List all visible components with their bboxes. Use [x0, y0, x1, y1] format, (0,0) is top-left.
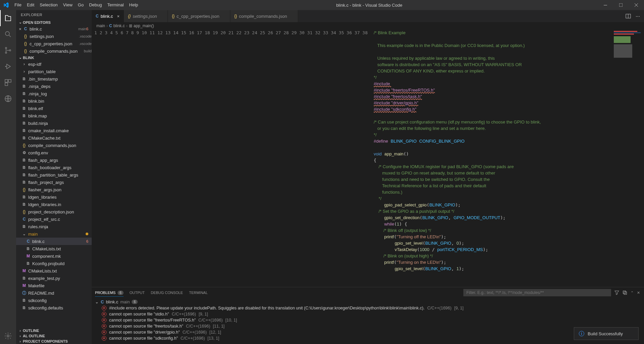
code-content[interactable]: /* Blink Example This example code is in… [374, 30, 644, 287]
problems-filter-input[interactable] [463, 289, 611, 296]
panel-tab-debug[interactable]: DEBUG CONSOLE [151, 291, 183, 295]
folder-row[interactable]: ›esp-idf [16, 60, 92, 68]
window-controls [598, 0, 644, 10]
problem-row[interactable]: ✕cannot open source file "driver/gpio.h"… [92, 329, 644, 335]
file-row[interactable]: {}compile_commands.json [16, 142, 92, 149]
split-editor-icon[interactable] [626, 13, 631, 19]
menu-debug[interactable]: Debug [86, 0, 104, 10]
file-row[interactable]: Cblink.c6 [16, 238, 92, 245]
file-row[interactable]: 🗎sdkconfig [16, 297, 92, 304]
menu-edit[interactable]: Edit [24, 0, 37, 10]
file-row[interactable]: 🗎blink.elf [16, 105, 92, 112]
problem-row[interactable]: ✕cannot open source file "stdio.h" C/C++… [92, 311, 644, 317]
folder-row[interactable]: ›partition_table [16, 68, 92, 75]
menu-file[interactable]: File [12, 0, 24, 10]
project-components-header[interactable]: ›PROJECT COMPONENTS [16, 339, 92, 344]
minimize-button[interactable] [598, 0, 613, 10]
breadcrumb-item[interactable]: blink.c [113, 23, 125, 28]
panel-tab-problems[interactable]: PROBLEMS 6 [95, 291, 124, 297]
file-row[interactable]: Cproject_elf_src.c [16, 215, 92, 223]
panel-tab-output[interactable]: OUTPUT [130, 291, 145, 295]
file-row[interactable]: {}project_description.json [16, 208, 92, 215]
file-row[interactable]: 🗎rules.ninja [16, 223, 92, 230]
close-icon[interactable]: × [117, 14, 120, 19]
menu-go[interactable]: Go [75, 0, 86, 10]
file-icon: 🗎 [26, 261, 31, 266]
file-row[interactable]: ⚙config.env [16, 149, 92, 156]
outline-header[interactable]: ›OUTLINE [16, 328, 92, 333]
open-editor-item[interactable]: {}c_cpp_properties.json.vscode [16, 40, 92, 47]
file-row[interactable]: {}flasher_args.json [16, 186, 92, 193]
collapse-all-icon[interactable] [623, 290, 627, 295]
notification-toast[interactable]: i Build Successfully [574, 327, 639, 340]
folder-row[interactable]: ⌄main [16, 230, 92, 238]
open-editors-header[interactable]: ⌄ OPEN EDITORS [16, 19, 92, 25]
file-row[interactable]: 🗎flash_project_args [16, 179, 92, 186]
problem-row[interactable]: ✕#include errors detected. Please update… [92, 305, 644, 311]
open-editor-item[interactable]: {}settings.json.vscode [16, 33, 92, 40]
open-editor-item[interactable]: ×Cblink.cmain6 [16, 25, 92, 33]
al-outline-header[interactable]: ›AL OUTLINE [16, 333, 92, 339]
menu-selection[interactable]: Selection [37, 0, 60, 10]
file-row[interactable]: 🗎flash_bootloader_args [16, 164, 92, 171]
file-row[interactable]: Mcomponent.mk [16, 252, 92, 260]
file-row[interactable]: 🗎blink.map [16, 112, 92, 119]
minimap[interactable] [612, 30, 644, 287]
maximize-button[interactable] [613, 0, 629, 10]
activity-debug-icon[interactable] [0, 58, 16, 75]
panel-close-icon[interactable]: ✕ [637, 291, 640, 295]
breadcrumb-item[interactable]: main [96, 23, 105, 28]
file-icon: 🗎 [21, 195, 27, 199]
filter-icon[interactable] [614, 290, 619, 295]
activity-remote-icon[interactable] [0, 91, 16, 107]
file-row[interactable]: 🗎.ninja_deps [16, 83, 92, 90]
close-icon[interactable]: × [17, 27, 23, 32]
more-actions-icon[interactable]: ⋯ [636, 14, 640, 19]
folder-header[interactable]: ⌄ BLINK [16, 55, 92, 60]
problem-row[interactable]: ✕cannot open source file "freertos/FreeR… [92, 317, 644, 323]
file-row[interactable]: 🗎cmake_install.cmake [16, 127, 92, 134]
file-row[interactable]: MMakefile [16, 282, 92, 289]
file-row[interactable]: 🗎CMakeLists.txt [16, 245, 92, 252]
panel-tab-terminal[interactable]: TERMINAL [189, 291, 208, 295]
problems-file-row[interactable]: ⌄ C blink.c main 6 [92, 299, 644, 305]
menu-terminal[interactable]: Terminal [104, 0, 126, 10]
file-row[interactable]: 🗎CMakeCache.txt [16, 134, 92, 142]
panel-maximize-icon[interactable]: ⌃ [631, 291, 634, 295]
activity-settings-icon[interactable] [0, 328, 16, 344]
activity-explorer-icon[interactable] [0, 10, 16, 26]
file-row[interactable]: 🗎ldgen_libraries.in [16, 201, 92, 208]
open-editor-item[interactable]: {}compile_commands.jsonbuild [16, 47, 92, 55]
file-row[interactable]: 🗎sdkconfig.defaults [16, 304, 92, 311]
menu-help[interactable]: Help [127, 0, 141, 10]
file-row[interactable]: 🗎blink.bin [16, 97, 92, 105]
file-row[interactable]: 🗎Kconfig.projbuild [16, 260, 92, 267]
editor-tab[interactable]: {}c_cpp_properties.json× [168, 10, 230, 22]
error-count: 6 [86, 27, 88, 31]
file-row[interactable]: 🗎build.ninja [16, 119, 92, 127]
svg-point-4 [5, 52, 7, 53]
file-row[interactable]: 🗎example_test.py [16, 275, 92, 282]
editor-tab[interactable]: {}settings.json× [124, 10, 168, 22]
file-row[interactable]: 🗎flash_partition_table_args [16, 171, 92, 179]
breadcrumb-item[interactable]: app_main() [134, 23, 154, 28]
close-button[interactable] [629, 0, 644, 10]
file-row[interactable]: 🗎flash_app_args [16, 156, 92, 164]
problem-row[interactable]: ✕cannot open source file "sdkconfig.h" C… [92, 335, 644, 341]
file-row[interactable]: 🗎.ninja_log [16, 90, 92, 97]
activity-extensions-icon[interactable] [0, 75, 16, 91]
file-row[interactable]: ⓘREADME.md [16, 289, 92, 297]
activity-search-icon[interactable] [0, 26, 16, 42]
problem-row[interactable]: ✕cannot open source file "freertos/task.… [92, 323, 644, 329]
breadcrumb[interactable]: main›Cblink.c›⊞app_main() [92, 22, 644, 30]
file-icon: {} [234, 14, 237, 18]
editor-tab[interactable]: Cblink.c× [92, 10, 124, 22]
window-title: blink.c - blink - Visual Studio Code [141, 3, 598, 8]
editor-tab[interactable]: {}compile_commands.json× [230, 10, 298, 22]
file-row[interactable]: MCMakeLists.txt [16, 267, 92, 275]
activity-scm-icon[interactable] [0, 42, 16, 58]
file-row[interactable]: 🗎ldgen_libraries [16, 193, 92, 201]
file-row[interactable]: 🗎.bin_timestamp [16, 75, 92, 83]
code-editor[interactable]: 1 2 3 4 5 6 7 8 9 10 11 12 13 14 15 16 1… [92, 30, 644, 287]
menu-view[interactable]: View [60, 0, 75, 10]
